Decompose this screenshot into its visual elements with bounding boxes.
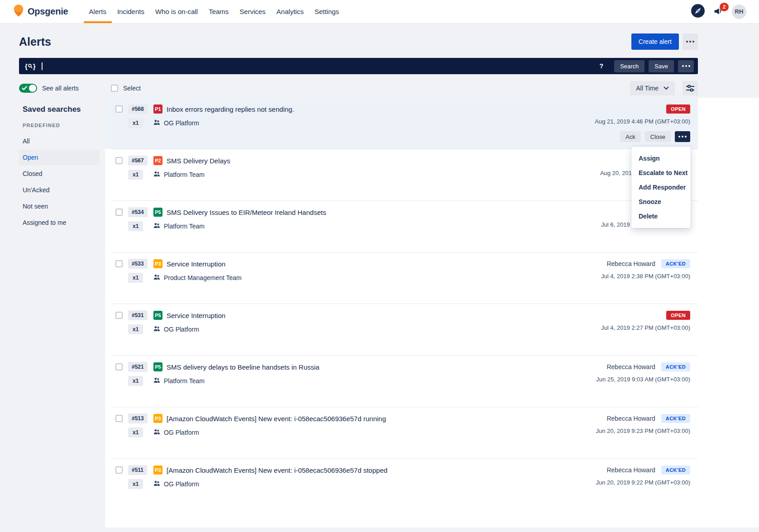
- row-actions: Ack Close AssignEscalate to NextAdd Resp…: [620, 131, 690, 142]
- row-checkbox[interactable]: [115, 209, 123, 216]
- owner-name: Rebecca Howard: [606, 466, 655, 474]
- row-more-button[interactable]: [675, 131, 690, 142]
- alert-row[interactable]: #567 x1 P2 SMS Delivery Delays Platform …: [105, 149, 698, 200]
- alert-title[interactable]: Service Interruption: [167, 312, 225, 319]
- nav-link-services[interactable]: Services: [234, 0, 271, 23]
- menu-item-assign[interactable]: Assign: [631, 151, 691, 166]
- priority-badge: P3: [153, 259, 162, 268]
- nav-link-analytics[interactable]: Analytics: [271, 0, 309, 23]
- see-all-alerts-toggle[interactable]: [19, 84, 37, 93]
- close-button[interactable]: Close: [645, 131, 671, 142]
- notification-count-badge: 2: [720, 3, 729, 11]
- alert-row[interactable]: #521 x1 P5 SMS delivery delays to Beelin…: [105, 356, 698, 407]
- filter-sliders-button[interactable]: [683, 81, 698, 95]
- select-all-checkbox[interactable]: [111, 85, 118, 92]
- sidebar-item-all[interactable]: All: [19, 133, 100, 149]
- alert-count-badge: x1: [128, 376, 143, 386]
- menu-item-delete[interactable]: Delete: [631, 209, 691, 223]
- list-toolbar: See all alerts Select All Time: [19, 80, 698, 96]
- avatar[interactable]: RH: [732, 5, 746, 19]
- row-checkbox[interactable]: [115, 312, 123, 319]
- team-icon: [153, 429, 160, 436]
- menu-item-snooze[interactable]: Snooze: [631, 195, 691, 209]
- team-name: OG Platform: [164, 119, 199, 127]
- row-checkbox[interactable]: [115, 157, 123, 164]
- alert-row[interactable]: #533 x1 P3 Service Interruption Product …: [105, 252, 698, 304]
- nav-link-alerts[interactable]: Alerts: [84, 0, 112, 23]
- search-button[interactable]: Search: [614, 60, 644, 72]
- menu-item-add-responder[interactable]: Add Responder: [631, 180, 691, 195]
- alert-title[interactable]: SMS delivery delays to Beeline handsets …: [167, 363, 320, 371]
- sidebar-item-open[interactable]: Open: [19, 150, 100, 165]
- team-icon: [153, 377, 160, 385]
- alert-row[interactable]: #568 x1 P1 Inbox errors regarding replie…: [105, 98, 698, 149]
- alert-title[interactable]: Inbox errors regarding replies not sendi…: [167, 105, 294, 113]
- status-badge: ACK'ED: [661, 466, 690, 475]
- team-icon: [153, 480, 160, 488]
- nav-link-settings[interactable]: Settings: [309, 0, 344, 23]
- alert-count-badge: x1: [128, 118, 143, 128]
- team-name: OG Platform: [164, 480, 199, 488]
- alert-title[interactable]: SMS Delivery Issues to EIR/Meteor Irelan…: [167, 209, 326, 216]
- alert-id-badge: #511: [128, 465, 147, 475]
- row-checkbox[interactable]: [115, 105, 123, 113]
- select-label: Select: [123, 85, 141, 92]
- row-checkbox[interactable]: [115, 415, 123, 422]
- row-badges: #511 x1: [128, 465, 148, 489]
- create-alert-button[interactable]: Create alert: [631, 33, 679, 50]
- alert-search-bar: {} ? Search Save: [19, 58, 698, 74]
- compass-icon[interactable]: [691, 4, 705, 19]
- sidebar-title: Saved searches: [23, 105, 100, 114]
- sidebar-item-not-seen[interactable]: Not seen: [19, 199, 100, 214]
- sidebar-item-closed[interactable]: Closed: [19, 166, 100, 181]
- chevron-down-icon: [664, 86, 669, 90]
- ack-button[interactable]: Ack: [620, 131, 641, 142]
- see-all-alerts-label: See all alerts: [42, 85, 79, 92]
- navbar-right: 2 RH: [691, 0, 746, 23]
- sidebar-section-label: PREDEFINED: [23, 123, 100, 128]
- nav-link-who-is-on-call[interactable]: Who is on-call: [150, 0, 203, 23]
- row-checkbox[interactable]: [115, 260, 123, 267]
- nav-link-incidents[interactable]: Incidents: [112, 0, 150, 23]
- alert-search-input[interactable]: [44, 58, 600, 74]
- alert-timestamp: Aug 21, 2019 4:46 PM (GMT+03:00): [595, 118, 690, 126]
- header-more-button[interactable]: [683, 33, 698, 50]
- alert-title[interactable]: Service Interruption: [167, 260, 225, 268]
- team-name: OG Platform: [164, 326, 199, 333]
- alert-row[interactable]: #511 x1 P3 [Amazon CloudWatch Events] Ne…: [105, 459, 698, 510]
- alert-timestamp: Jul 4, 2019 2:27 PM (GMT+03:00): [601, 324, 690, 332]
- opsgenie-brand[interactable]: Opsgenie: [14, 0, 68, 23]
- priority-badge: P1: [153, 104, 162, 114]
- team-icon: [153, 171, 160, 178]
- page-header-area: Alerts Create alert {} ? Search Save See…: [19, 33, 698, 96]
- time-filter-dropdown[interactable]: All Time: [630, 81, 675, 95]
- owner-name: Rebecca Howard: [606, 415, 655, 422]
- save-search-button[interactable]: Save: [649, 60, 674, 72]
- row-checkbox[interactable]: [115, 363, 123, 370]
- brand-name: Opsgenie: [28, 6, 68, 17]
- alert-row[interactable]: #534 x1 P5 SMS Delivery Issues to EIR/Me…: [105, 201, 698, 252]
- page-title: Alerts: [19, 35, 51, 48]
- search-more-button[interactable]: [678, 60, 694, 72]
- alert-title[interactable]: [Amazon CloudWatch Events] New event: i-…: [167, 466, 387, 474]
- row-checkbox[interactable]: [115, 466, 123, 474]
- team-name: Platform Team: [164, 223, 205, 230]
- context-menu: AssignEscalate to NextAdd ResponderSnooz…: [631, 147, 691, 228]
- notifications-icon[interactable]: 2: [713, 6, 724, 17]
- status-badge: ACK'ED: [661, 414, 690, 423]
- ellipsis-icon: [682, 65, 690, 67]
- priority-badge: P5: [153, 311, 162, 320]
- content-area: Saved searches PREDEFINED All Open Close…: [0, 98, 759, 527]
- alert-id-badge: #531: [128, 310, 148, 320]
- sidebar-item-assigned-to-me[interactable]: Assigned to me: [19, 215, 100, 230]
- nav-links: Alerts Incidents Who is on-call Teams Se…: [84, 0, 345, 23]
- alert-title[interactable]: [Amazon CloudWatch Events] New event: i-…: [167, 415, 386, 423]
- alert-title[interactable]: SMS Delivery Delays: [167, 157, 230, 165]
- menu-item-escalate-to-next[interactable]: Escalate to Next: [631, 166, 691, 180]
- alert-row[interactable]: #513 x1 P3 [Amazon CloudWatch Events] Ne…: [105, 407, 698, 458]
- alert-row[interactable]: #531 x1 P5 Service Interruption OG Platf…: [105, 304, 698, 355]
- nav-link-teams[interactable]: Teams: [203, 0, 234, 23]
- team-icon: [153, 326, 160, 333]
- sidebar-item-unacked[interactable]: Un'Acked: [19, 182, 100, 198]
- search-help-button[interactable]: ?: [600, 62, 604, 70]
